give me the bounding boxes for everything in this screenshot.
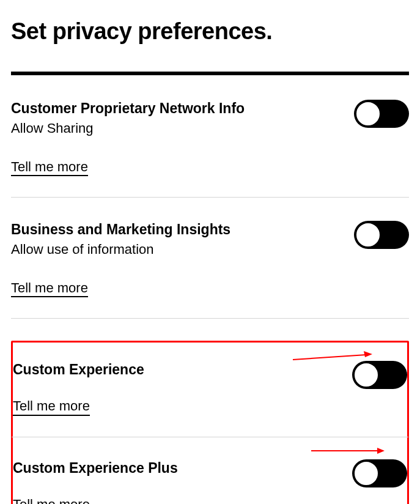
toggle-custom-experience-plus[interactable] [352,459,407,487]
toggle-knob [355,222,381,248]
toggle-knob [353,362,379,388]
annotation-arrow-icon [311,446,385,456]
tell-me-more-link[interactable]: Tell me more [11,280,88,298]
annotation-highlight-box: Custom Experience Tell me more Custom Ex… [11,341,409,504]
toggle-knob [353,461,379,486]
annotation-arrow-icon [293,350,372,362]
page-title: Set privacy preferences. [11,18,409,45]
title-divider [11,72,409,75]
svg-line-0 [293,355,366,360]
privacy-section-cpni: Customer Proprietary Network Info Allow … [11,100,409,198]
svg-marker-1 [364,351,372,357]
section-subtext: Allow use of information [11,240,342,259]
section-heading: Custom Experience [13,361,340,379]
section-heading: Custom Experience Plus [13,459,340,478]
toggle-knob [355,101,381,127]
section-heading: Customer Proprietary Network Info [11,100,342,118]
section-subtext: Allow Sharing [11,119,342,138]
section-heading: Business and Marketing Insights [11,221,342,239]
tell-me-more-link[interactable]: Tell me more [13,496,90,504]
privacy-section-custom-experience-plus: Custom Experience Plus Tell me more [12,437,408,504]
toggle-bmi[interactable] [354,221,409,249]
tell-me-more-link[interactable]: Tell me more [13,398,90,416]
toggle-custom-experience[interactable] [352,361,407,389]
privacy-section-custom-experience: Custom Experience Tell me more [12,343,408,437]
svg-marker-3 [377,448,385,454]
tell-me-more-link[interactable]: Tell me more [11,158,88,177]
toggle-cpni[interactable] [354,100,409,128]
privacy-section-bmi: Business and Marketing Insights Allow us… [11,221,409,319]
